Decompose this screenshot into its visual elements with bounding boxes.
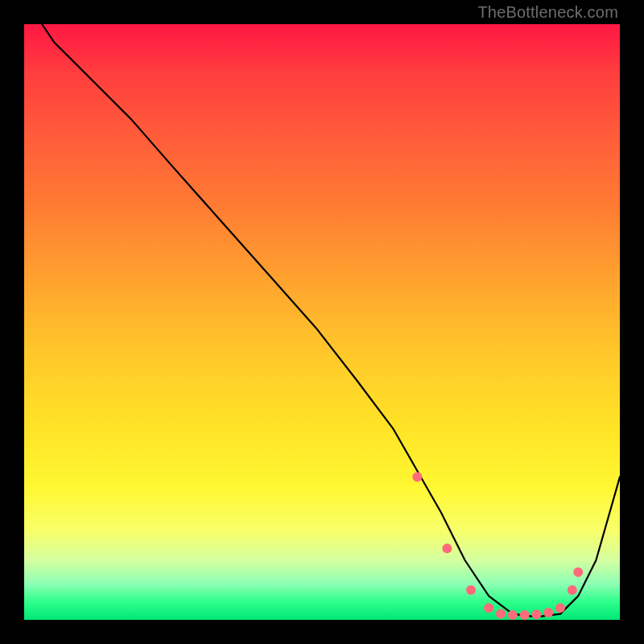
- marker-dot: [412, 472, 422, 481]
- watermark-label: TheBottleneck.com: [477, 3, 618, 22]
- marker-dot: [531, 609, 541, 619]
- marker-dot: [573, 568, 583, 577]
- marker-group: [412, 472, 583, 620]
- marker-dot: [543, 608, 553, 617]
- curve-layer: [24, 24, 620, 620]
- marker-dot: [568, 585, 577, 595]
- marker-dot: [496, 609, 506, 619]
- marker-dot: [484, 603, 493, 613]
- plot-area: [24, 24, 620, 620]
- marker-dot: [520, 610, 530, 620]
- chart-frame: TheBottleneck.com: [0, 0, 644, 644]
- marker-dot: [555, 603, 565, 613]
- bottleneck-curve: [42, 24, 620, 617]
- marker-dot: [442, 543, 452, 553]
- marker-dot: [508, 610, 518, 620]
- marker-dot: [466, 585, 476, 595]
